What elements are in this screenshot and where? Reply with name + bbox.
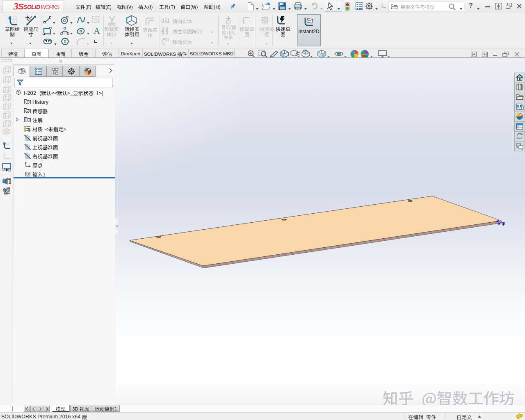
svg-text:A: A [26,119,29,123]
